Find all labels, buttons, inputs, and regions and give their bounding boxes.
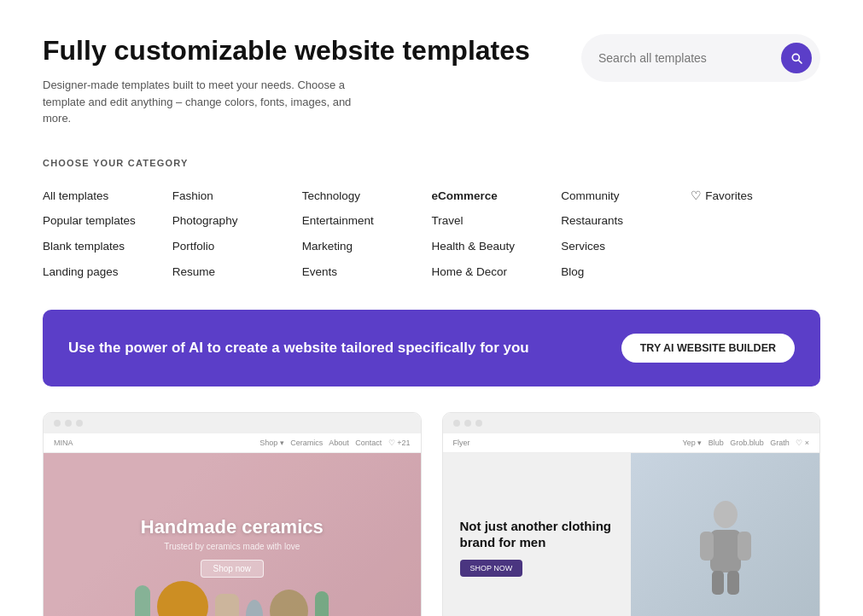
- category-item-health-beauty[interactable]: Health & Beauty: [431, 234, 561, 259]
- category-item-fashion[interactable]: Fashion: [172, 183, 302, 209]
- search-input[interactable]: [598, 51, 774, 65]
- category-item-events[interactable]: Events: [302, 259, 432, 285]
- category-item-services[interactable]: Services: [561, 234, 691, 259]
- feyer-browser-dot-1: [453, 420, 460, 427]
- browser-dot-3: [76, 420, 83, 427]
- svg-rect-5: [727, 571, 739, 595]
- feyer-browser-dot-2: [464, 420, 471, 427]
- svg-rect-2: [700, 532, 714, 561]
- svg-point-0: [714, 501, 738, 528]
- mina-preview: Handmade ceramics Trusted by ceramics ma…: [44, 453, 421, 616]
- feyer-logo-text: Flyer: [453, 439, 470, 447]
- svg-rect-3: [738, 532, 751, 561]
- mina-top-bar: MINA Shop ▾ Ceramics About Contact ♡ +21: [44, 433, 421, 453]
- category-grid: All templates Popular templates Blank te…: [43, 183, 820, 284]
- model-silhouette: [691, 496, 760, 598]
- ai-banner-text: Use the power of AI to create a website …: [68, 340, 529, 357]
- favorites-label: Favorites: [705, 187, 753, 206]
- feyer-nav-items: Yep ▾ Blub Grob.blub Grath ♡ ×: [683, 439, 810, 447]
- category-item-home-decor[interactable]: Home & Decor: [431, 259, 561, 285]
- search-button[interactable]: [781, 43, 812, 73]
- browser-dot-1: [54, 420, 61, 427]
- template-card-feyer-wrap[interactable]: Flyer Yep ▾ Blub Grob.blub Grath ♡ × Not…: [442, 412, 821, 616]
- category-column-3: Technology Entertainment Marketing Event…: [302, 183, 432, 284]
- category-item-community[interactable]: Community: [561, 183, 691, 209]
- heart-icon: ♡: [691, 187, 702, 206]
- svg-rect-4: [712, 571, 724, 595]
- category-item-favorites[interactable]: ♡ Favorites: [691, 183, 820, 209]
- feyer-preview-heading: Not just another clothing brand for men: [460, 518, 615, 551]
- category-item-technology[interactable]: Technology: [302, 183, 432, 209]
- feyer-browser-dot-3: [475, 420, 482, 427]
- category-item-resume[interactable]: Resume: [172, 259, 302, 285]
- feyer-right-panel: [631, 453, 819, 616]
- search-box[interactable]: [581, 34, 820, 82]
- page-subtitle: Designer-made templates built to meet yo…: [43, 77, 367, 127]
- feyer-preview: Not just another clothing brand for men …: [443, 453, 820, 616]
- mina-preview-title: Handmade ceramics: [141, 516, 324, 538]
- category-item-popular[interactable]: Popular templates: [43, 208, 172, 234]
- category-item-marketing[interactable]: Marketing: [302, 234, 432, 259]
- template-card-mina[interactable]: MINA Shop ▾ Ceramics About Contact ♡ +21: [43, 412, 422, 616]
- browser-dot-2: [65, 420, 72, 427]
- header-text: Fully customizable website templates Des…: [43, 34, 530, 127]
- mina-shop-btn[interactable]: Shop now: [201, 560, 264, 578]
- page-title: Fully customizable website templates: [43, 34, 530, 67]
- feyer-model-image: [631, 453, 819, 616]
- category-item-ecommerce[interactable]: eCommerce: [431, 183, 561, 209]
- category-section: CHOOSE YOUR CATEGORY All templates Popul…: [43, 158, 820, 284]
- ai-website-builder-button[interactable]: TRY AI WEBSITE BUILDER: [621, 334, 795, 363]
- category-column-1: All templates Popular templates Blank te…: [43, 183, 172, 284]
- search-icon: [790, 51, 803, 65]
- category-item-all[interactable]: All templates: [43, 183, 172, 209]
- category-item-landing[interactable]: Landing pages: [43, 259, 172, 285]
- category-item-portfolio[interactable]: Portfolio: [172, 234, 302, 259]
- feyer-top-bar: Flyer Yep ▾ Blub Grob.blub Grath ♡ ×: [443, 433, 820, 453]
- category-column-4: eCommerce Travel Health & Beauty Home & …: [431, 183, 561, 284]
- category-column-2: Fashion Photography Portfolio Resume: [172, 183, 302, 284]
- page-wrapper: Fully customizable website templates Des…: [0, 0, 863, 616]
- template-card-mina-wrap[interactable]: MINA Shop ▾ Ceramics About Contact ♡ +21: [43, 412, 422, 616]
- feyer-browser-bar: [443, 413, 820, 433]
- svg-rect-1: [710, 530, 741, 572]
- category-item-entertainment[interactable]: Entertainment: [302, 208, 432, 234]
- category-column-6: ♡ Favorites: [691, 183, 820, 284]
- feyer-left-panel: Not just another clothing brand for men …: [443, 453, 632, 616]
- feyer-shop-btn[interactable]: SHOP NOW: [460, 560, 523, 577]
- category-item-travel[interactable]: Travel: [431, 208, 561, 234]
- category-item-restaurants[interactable]: Restaurants: [561, 208, 691, 234]
- mina-preview-subtitle: Trusted by ceramics made with love: [164, 542, 300, 551]
- mina-logo-text: MINA: [54, 439, 73, 447]
- category-item-blank[interactable]: Blank templates: [43, 234, 172, 259]
- category-item-photography[interactable]: Photography: [172, 208, 302, 234]
- header-section: Fully customizable website templates Des…: [43, 34, 820, 127]
- category-section-title: CHOOSE YOUR CATEGORY: [43, 158, 820, 168]
- template-card-feyer[interactable]: Flyer Yep ▾ Blub Grob.blub Grath ♡ × Not…: [442, 412, 821, 616]
- mina-nav-items: Shop ▾ Ceramics About Contact ♡ +21: [259, 439, 410, 447]
- templates-grid: MINA Shop ▾ Ceramics About Contact ♡ +21: [43, 412, 820, 616]
- mina-browser-bar: [44, 413, 421, 433]
- mina-overlay: Handmade ceramics Trusted by ceramics ma…: [44, 453, 421, 616]
- category-column-5: Community Restaurants Services Blog: [561, 183, 691, 284]
- category-item-blog[interactable]: Blog: [561, 259, 691, 285]
- ai-banner: Use the power of AI to create a website …: [43, 310, 820, 386]
